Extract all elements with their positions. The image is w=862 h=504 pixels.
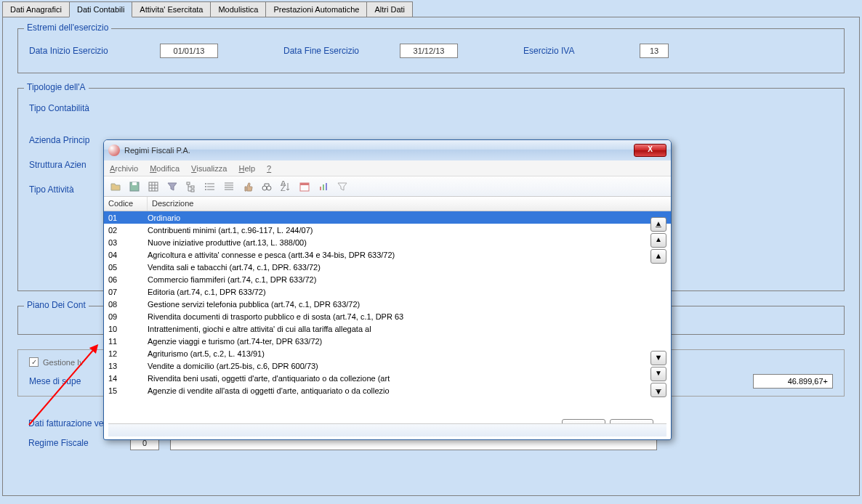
- svg-point-23: [267, 186, 271, 190]
- group-estremi: Estremi dell'esercizio Data Inizio Eserc…: [17, 28, 845, 73]
- list-row[interactable]: 02Contribuenti minimi (art.1, c.96-117, …: [104, 224, 671, 236]
- list-row[interactable]: 13Vendite a domicilio (art.25-bis, c.6, …: [104, 359, 671, 372]
- funnel-icon[interactable]: [337, 181, 348, 192]
- group-title-piano: Piano Dei Cont: [24, 300, 89, 310]
- binoculars-icon[interactable]: [261, 181, 273, 192]
- list-row[interactable]: 01Ordinario: [104, 211, 671, 224]
- svg-point-17: [205, 189, 206, 190]
- svg-rect-29: [323, 184, 324, 190]
- stats-icon[interactable]: [318, 181, 329, 192]
- svg-rect-30: [326, 183, 327, 190]
- list-row[interactable]: 07Editoria (art.74, c.1, DPR 633/72): [104, 285, 671, 298]
- menu-help[interactable]: Help: [238, 164, 255, 173]
- cell-descrizione: Intrattenimenti, giochi e altre attivita…: [148, 325, 671, 333]
- list-row[interactable]: 03Nuove iniziative produttive (art.13, L…: [104, 236, 671, 248]
- close-button[interactable]: X: [634, 144, 666, 157]
- cell-codice: 04: [104, 251, 148, 259]
- list-row[interactable]: 04Agricoltura e attivita' connesse e pes…: [104, 248, 671, 261]
- tab-anagrafici[interactable]: Dati Anagrafici: [2, 1, 70, 17]
- cell-descrizione: Editoria (art.74, c.1, DPR 633/72): [148, 288, 671, 296]
- dialog-statusbar: [108, 423, 666, 436]
- cell-codice: 10: [104, 325, 148, 333]
- cell-codice: 06: [104, 275, 148, 284]
- group-title-estremi: Estremi dell'esercizio: [24, 23, 111, 33]
- cell-codice: 03: [104, 238, 148, 247]
- cell-descrizione: Gestione servizi telefonia pubblica (art…: [148, 300, 671, 309]
- svg-rect-10: [191, 186, 194, 188]
- dialog-titlebar[interactable]: Regimi Fiscali P.A. X: [104, 140, 671, 160]
- list-body[interactable]: 01Ordinario02Contribuenti minimi (art.1,…: [104, 211, 671, 397]
- list-row[interactable]: 15Agenzie di vendite all'asta di oggetti…: [104, 384, 671, 397]
- checkbox-gestione-iva[interactable]: ✓: [29, 357, 39, 367]
- list-row[interactable]: 10Intrattenimenti, giochi e altre attivi…: [104, 322, 671, 335]
- svg-rect-27: [300, 183, 309, 185]
- list-icon[interactable]: [204, 181, 216, 192]
- cell-descrizione: Rivendita beni usati, oggetti d'arte, d'…: [148, 374, 671, 383]
- cell-codice: 09: [104, 312, 148, 321]
- svg-rect-3: [132, 182, 137, 185]
- scroll-page-down-button[interactable]: ▼: [650, 367, 666, 381]
- column-header-descrizione[interactable]: Descrizione: [148, 197, 671, 211]
- cell-codice: 02: [104, 226, 148, 235]
- list-row[interactable]: 09Rivendita documenti di trasporto pubbl…: [104, 310, 671, 322]
- scroll-last-button[interactable]: ─▼: [650, 383, 666, 397]
- menu-visualizza[interactable]: Visualizza: [191, 164, 227, 173]
- dialog-toolbar: AZ: [104, 176, 671, 197]
- list-row[interactable]: 08Gestione servizi telefonia pubblica (a…: [104, 298, 671, 310]
- input-data-fine[interactable]: [400, 44, 458, 58]
- scroll-up-button[interactable]: ▲: [650, 249, 666, 264]
- menu-question[interactable]: ?: [267, 164, 271, 173]
- dialog-regimi-fiscali: Regimi Fiscali P.A. X Archivio Modifica …: [103, 139, 672, 440]
- tab-modulistica[interactable]: Modulistica: [210, 1, 266, 17]
- column-header-codice[interactable]: Codice: [104, 197, 148, 211]
- scroll-first-button[interactable]: ▲─: [650, 217, 666, 232]
- dialog-title: Regimi Fiscali P.A.: [124, 146, 634, 155]
- tab-altri[interactable]: Altri Dati: [366, 1, 413, 17]
- label-esercizio-iva: Esercizio IVA: [523, 46, 640, 56]
- cell-codice: 11: [104, 337, 148, 346]
- scroll-down-button[interactable]: ▼: [650, 351, 666, 365]
- filter-icon[interactable]: [166, 181, 178, 192]
- scroll-page-up-button[interactable]: ▲: [650, 233, 666, 248]
- open-icon[interactable]: [110, 181, 121, 192]
- menu-archivio[interactable]: Archivio: [110, 164, 138, 173]
- cell-descrizione: Vendite a domicilio (art.25-bis, c.6, DP…: [148, 362, 671, 370]
- label-data-fine: Data Fine Esercizio: [283, 46, 400, 56]
- save-icon[interactable]: [129, 181, 140, 192]
- cell-codice: 01: [104, 214, 148, 222]
- tab-contabili[interactable]: Dati Contabili: [69, 1, 132, 17]
- menu-modifica[interactable]: Modifica: [150, 164, 180, 173]
- svg-text:Z: Z: [281, 184, 286, 192]
- input-data-inizio[interactable]: [160, 44, 218, 58]
- svg-rect-9: [187, 182, 190, 184]
- calendar-icon[interactable]: [299, 181, 310, 192]
- cell-codice: 13: [104, 362, 148, 370]
- tab-strip: Dati Anagrafici Dati Contabili Attivita'…: [0, 0, 862, 17]
- list-row[interactable]: 06Commercio fiammiferi (art.74, c.1, DPR…: [104, 273, 671, 285]
- app-icon: [108, 145, 120, 156]
- cell-codice: 14: [104, 374, 148, 383]
- list-row[interactable]: 12Agriturismo (art.5, c.2, L. 413/91): [104, 347, 671, 359]
- tree-icon[interactable]: [185, 181, 197, 192]
- svg-point-15: [205, 183, 206, 184]
- list-row[interactable]: 05Vendita sali e tabacchi (art.74, c.1, …: [104, 261, 671, 273]
- svg-point-16: [205, 186, 206, 187]
- input-esercizio-iva[interactable]: [640, 44, 669, 58]
- list-row[interactable]: 11Agenzie viaggi e turismo (art.74-ter, …: [104, 335, 671, 347]
- thumbs-up-icon[interactable]: [242, 181, 254, 192]
- group-title-tipologie: Tipologie dell'A: [24, 82, 89, 92]
- cell-descrizione: Agricoltura e attivita' connesse e pesca…: [148, 251, 671, 259]
- sort-icon[interactable]: AZ: [280, 181, 291, 192]
- tab-prestazioni[interactable]: Prestazioni Automatiche: [265, 1, 367, 17]
- list2-icon[interactable]: [223, 181, 235, 192]
- grid-icon[interactable]: [148, 181, 159, 192]
- cell-descrizione: Vendita sali e tabacchi (art.74, c.1, DP…: [148, 263, 671, 272]
- cell-descrizione: Commercio fiammiferi (art.74, c.1, DPR 6…: [148, 275, 671, 284]
- svg-rect-11: [191, 190, 194, 192]
- cell-descrizione: Nuove iniziative produttive (art.13, L. …: [148, 238, 671, 247]
- cell-codice: 15: [104, 386, 148, 395]
- dialog-menubar: Archivio Modifica Visualizza Help ?: [104, 160, 671, 176]
- tab-attivita[interactable]: Attivita' Esercitata: [132, 1, 211, 17]
- list-row[interactable]: 14Rivendita beni usati, oggetti d'arte, …: [104, 372, 671, 384]
- svg-rect-4: [149, 182, 158, 191]
